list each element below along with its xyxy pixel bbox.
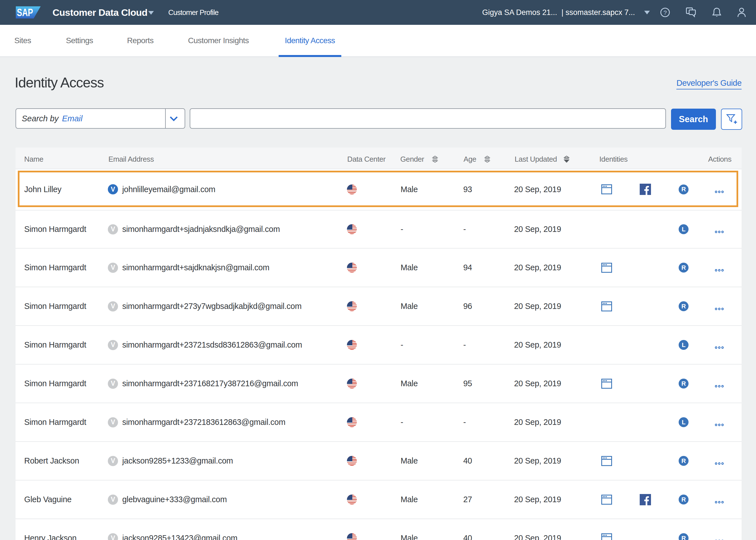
svg-text:SAP: SAP [17, 7, 33, 18]
svg-text:?: ? [663, 9, 667, 16]
